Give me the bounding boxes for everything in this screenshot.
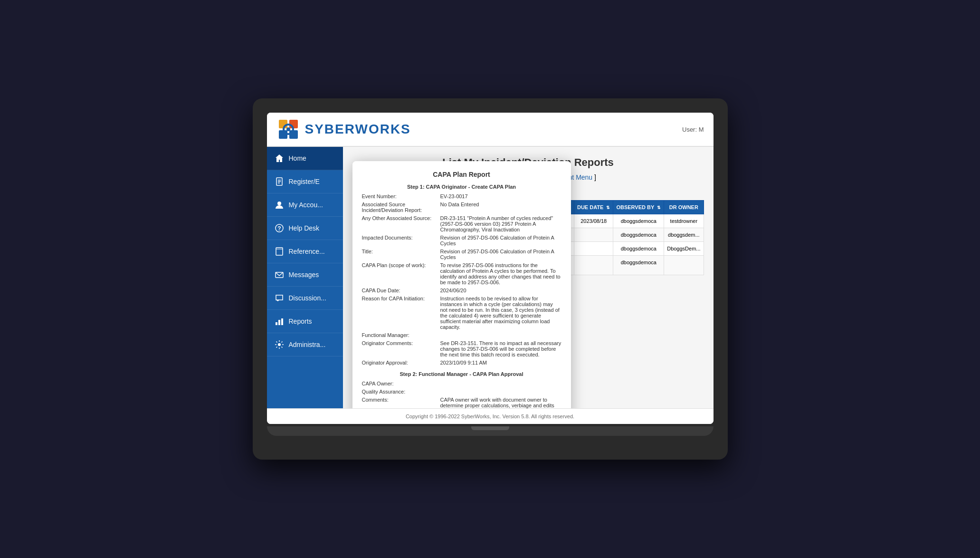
comments-label: Comments: xyxy=(362,397,438,408)
capa-owner-label: CAPA Owner: xyxy=(362,381,438,386)
copyright-text: Copyright © 1996-2022 SyberWorks, Inc. V… xyxy=(406,414,574,419)
cell-due-2 xyxy=(574,242,613,256)
capa-plan-label: CAPA Plan (scope of work): xyxy=(362,262,438,285)
title-label: Title: xyxy=(362,249,438,260)
svg-rect-13 xyxy=(276,248,283,255)
user-info: User: M xyxy=(682,126,704,133)
cell-obs-0: dboggsdemoca xyxy=(613,214,664,228)
title-value: Revision of 2957-DS-006 Calculation of P… xyxy=(440,249,561,260)
report-row-due-date: CAPA Due Date: 2024/06/20 xyxy=(362,288,561,293)
report-step2-header: Step 2: Functional Manager - CAPA Plan A… xyxy=(362,371,561,377)
cell-obs-3: dboggsdemoca xyxy=(613,256,664,275)
book-icon xyxy=(275,247,284,256)
sort-icon-due-date: ⇅ xyxy=(606,205,610,210)
document-icon xyxy=(275,177,284,186)
any-other-label: Any Other Associated Source: xyxy=(362,215,438,232)
sidebar-item-admin[interactable]: Administra... xyxy=(267,333,343,356)
originator-approval-value: 2023/10/09 9:11 AM xyxy=(440,360,561,366)
laptop-bottom xyxy=(267,426,714,436)
report-row-originator-approval: Originator Approval: 2023/10/09 9:11 AM xyxy=(362,360,561,366)
quality-assurance-value xyxy=(440,389,561,394)
home-icon xyxy=(275,154,284,163)
sidebar-item-messages[interactable]: Messages xyxy=(267,263,343,287)
th-due-date[interactable]: DUE DATE ⇅ xyxy=(574,201,613,214)
report-row-reason: Reason for CAPA Initiation: Instruction … xyxy=(362,296,561,330)
report-row-assoc-source: Associated Source Incident/Deviation Rep… xyxy=(362,202,561,213)
svg-rect-18 xyxy=(281,318,283,325)
sidebar-item-myaccount[interactable]: My Accou... xyxy=(267,193,343,217)
report-row-title: Title: Revision of 2957-DS-006 Calculati… xyxy=(362,249,561,260)
svg-point-5 xyxy=(286,127,290,131)
originator-comments-label: Originator Comments: xyxy=(362,340,438,357)
svg-point-10 xyxy=(277,202,281,205)
th-dr-owner[interactable]: DR OWNER xyxy=(664,201,704,214)
chart-icon xyxy=(275,317,284,326)
report-row-originator-comments: Originator Comments: See DR-23-151. Ther… xyxy=(362,340,561,357)
laptop-screen: SYBERWORKS User: M Home xyxy=(267,113,714,424)
report-row-any-other: Any Other Associated Source: DR-23-151 "… xyxy=(362,215,561,232)
any-other-value: DR-23-151 "Protein A number of cycles re… xyxy=(440,215,561,232)
app-header: SYBERWORKS User: M xyxy=(267,113,714,147)
originator-approval-label: Originator Approval: xyxy=(362,360,438,366)
sidebar-item-home[interactable]: Home xyxy=(267,147,343,170)
th-observed-by[interactable]: OBSERVED BY ⇅ xyxy=(613,201,664,214)
sidebar-item-helpdesk[interactable]: ? Help Desk xyxy=(267,217,343,240)
due-date-label: CAPA Due Date: xyxy=(362,288,438,293)
report-row-event-number: Event Number: EV-23-0017 xyxy=(362,193,561,199)
report-modal: CAPA Plan Report Step 1: CAPA Originator… xyxy=(352,161,571,408)
app-footer: Copyright © 1996-2022 SyberWorks, Inc. V… xyxy=(267,408,714,424)
main-content: List My Incident/Deviation Reports [ Go … xyxy=(343,147,714,408)
report-row-quality-assurance: Quality Assurance: xyxy=(362,389,561,394)
sort-icon-observed-by: ⇅ xyxy=(657,205,661,210)
quality-assurance-label: Quality Assurance: xyxy=(362,389,438,394)
functional-manager-value xyxy=(440,332,561,338)
cell-obs-2: dboggsdemoca xyxy=(613,242,664,256)
gear-icon xyxy=(275,340,284,349)
sidebar-item-register[interactable]: Register/E xyxy=(267,170,343,193)
due-date-value: 2024/06/20 xyxy=(440,288,561,293)
cell-due-3 xyxy=(574,256,613,275)
cell-due-0: 2023/08/18 xyxy=(574,214,613,228)
app-body: Home Register/E My Acc xyxy=(267,147,714,408)
chat-icon xyxy=(275,293,284,303)
svg-point-19 xyxy=(278,343,281,346)
capa-plan-value: To revise 2957-DS-006 instructions for t… xyxy=(440,262,561,285)
cell-obs-1: dboggsdemoca xyxy=(613,228,664,242)
logo-area: SYBERWORKS xyxy=(276,117,411,141)
cell-owner-1: dboggsdem... xyxy=(664,228,704,242)
reason-label: Reason for CAPA Initiation: xyxy=(362,296,438,330)
svg-rect-16 xyxy=(276,322,277,325)
question-icon: ? xyxy=(275,223,284,233)
event-number-label: Event Number: xyxy=(362,193,438,199)
person-icon xyxy=(275,200,284,210)
report-row-capa-plan: CAPA Plan (scope of work): To revise 295… xyxy=(362,262,561,285)
cell-due-1 xyxy=(574,228,613,242)
report-title: CAPA Plan Report xyxy=(362,171,561,178)
cell-owner-2: DboggsDem... xyxy=(664,242,704,256)
originator-comments-value: See DR-23-151. There is no impact as all… xyxy=(440,340,561,357)
impacted-docs-label: Impacted Documents: xyxy=(362,235,438,246)
cell-owner-3 xyxy=(664,256,704,275)
report-step1-header: Step 1: CAPA Originator - Create CAPA Pl… xyxy=(362,184,561,190)
impacted-docs-value: Revision of 2957-DS-006 Calculation of P… xyxy=(440,235,561,246)
sidebar-item-discussions[interactable]: Discussion... xyxy=(267,287,343,310)
report-row-functional-manager: Functional Manager: xyxy=(362,332,561,338)
svg-text:?: ? xyxy=(277,225,281,232)
comments-value: CAPA owner will work with document owner… xyxy=(440,397,561,408)
event-number-value: EV-23-0017 xyxy=(440,193,561,199)
report-row-impacted-docs: Impacted Documents: Revision of 2957-DS-… xyxy=(362,235,561,246)
cell-owner-0: testdrowner xyxy=(664,214,704,228)
app-logo-text: SYBERWORKS xyxy=(305,122,411,137)
laptop-frame: SYBERWORKS User: M Home xyxy=(253,98,728,460)
laptop-notch xyxy=(471,426,509,430)
envelope-icon xyxy=(275,270,284,279)
reason-value: Instruction needs to be revised to allow… xyxy=(440,296,561,330)
capa-owner-value xyxy=(440,381,561,386)
report-row-comments: Comments: CAPA owner will work with docu… xyxy=(362,397,561,408)
sidebar-item-references[interactable]: Reference... xyxy=(267,240,343,263)
svg-rect-17 xyxy=(278,320,280,325)
report-row-capa-owner: CAPA Owner: xyxy=(362,381,561,386)
logo-gear-icon xyxy=(276,117,300,141)
assoc-source-label: Associated Source Incident/Deviation Rep… xyxy=(362,202,438,213)
sidebar-item-reports[interactable]: Reports xyxy=(267,310,343,333)
